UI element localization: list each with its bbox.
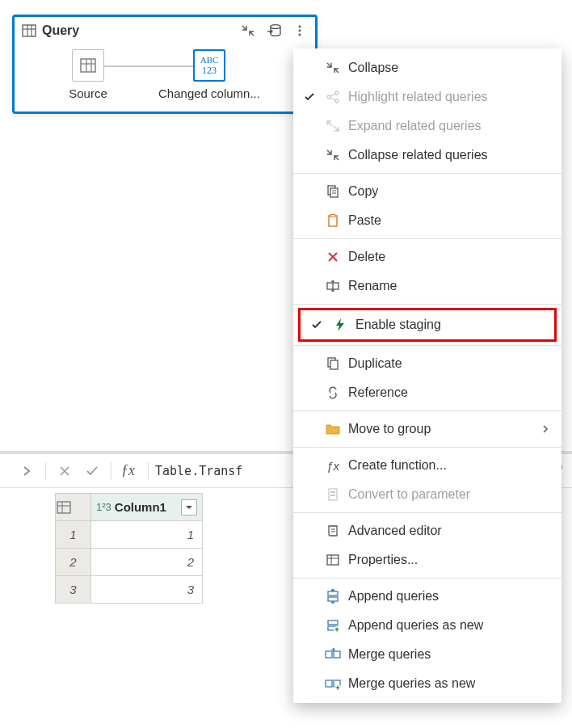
append-icon [324,589,342,604]
lightning-icon [331,318,349,332]
data-destination-icon[interactable] [263,20,284,41]
query-card-header: Query [15,17,315,44]
table-corner[interactable] [56,494,91,521]
menu-label: Delete [348,250,550,264]
menu-label: Advanced editor [348,524,550,538]
svg-line-23 [330,98,335,100]
svg-text:ABC: ABC [200,55,219,65]
svg-rect-8 [81,59,95,72]
menu-label: Collapse related queries [348,148,550,162]
svg-text:123: 123 [202,65,217,76]
menu-label: Merge queries [348,647,550,662]
menu-label: Highlight related queries [348,90,550,104]
table-icon [21,23,37,39]
menu-duplicate[interactable]: Duplicate [293,349,561,378]
svg-rect-37 [330,491,335,493]
formula-text[interactable]: Table.Transf [155,464,242,478]
menu-label: Properties... [348,553,550,567]
menu-properties[interactable]: Properties... [293,545,561,574]
menu-label: Paste [348,213,550,228]
row-index[interactable]: 1 [56,521,91,549]
menu-merge-as-new[interactable]: Merge queries as new [293,669,561,698]
table-row: 3 3 [56,576,203,604]
step-source-label: Source [69,86,107,100]
cell-value[interactable]: 3 [91,576,203,604]
cell-value[interactable]: 1 [91,521,203,549]
step-source[interactable]: Source [27,49,149,100]
query-card[interactable]: Query Source ABC123 Changed column... [12,15,318,114]
table-row: 2 2 [56,549,203,576]
menu-label: Duplicate [348,356,550,371]
menu-separator [293,304,561,305]
menu-create-function[interactable]: ƒx Create function... [293,451,561,480]
svg-point-6 [299,30,301,32]
svg-point-5 [299,26,301,28]
row-index[interactable]: 3 [56,576,91,604]
menu-delete[interactable]: Delete [293,242,561,271]
steps-row: Source ABC123 Changed column... [15,44,315,100]
expand-icon [324,119,342,133]
menu-label: Append queries as new [348,618,550,633]
menu-convert-to-parameter: Convert to parameter [293,480,561,509]
append-new-icon [324,618,342,633]
menu-separator [293,447,561,448]
svg-point-4 [271,25,280,29]
separator [148,462,149,480]
svg-point-20 [335,91,339,95]
delete-icon [324,250,342,263]
merge-new-icon [324,676,342,691]
properties-icon [324,553,342,567]
menu-collapse-related[interactable]: Collapse related queries [293,141,561,170]
menu-label: Rename [348,279,550,293]
menu-separator [293,345,561,346]
separator [45,462,46,480]
svg-rect-52 [334,651,340,658]
menu-highlight-related: Highlight related queries [293,82,561,112]
menu-reference[interactable]: Reference [293,378,561,407]
row-index[interactable]: 2 [56,549,91,576]
menu-expand-related: Expand related queries [293,112,561,141]
menu-separator [293,578,561,579]
accept-formula-icon[interactable] [80,459,104,483]
menu-merge-queries[interactable]: Merge queries [293,640,561,669]
scroll-icon [324,524,342,538]
cancel-formula-icon[interactable] [53,459,77,483]
chevron-right-icon[interactable] [15,459,39,483]
collapse-inward-icon[interactable] [238,20,259,41]
menu-label: Enable staging [355,318,543,332]
menu-label: Append queries [348,589,550,604]
chevron-right-icon [540,424,550,434]
duplicate-icon [324,356,342,371]
menu-label: Create function... [348,458,550,473]
menu-paste[interactable]: Paste [293,206,561,235]
menu-separator [293,238,561,239]
svg-point-7 [299,34,301,36]
step-connector [91,65,196,67]
menu-move-to-group[interactable]: Move to group [293,414,561,444]
column-type-icon: 1²3 [96,501,111,513]
svg-rect-44 [328,591,338,595]
collapse-related-icon [324,148,342,162]
menu-label: Copy [348,184,550,199]
step-source-icon [72,49,104,82]
menu-enable-staging[interactable]: Enable staging [301,310,554,339]
column-header[interactable]: 1²3 Column1 [91,494,203,521]
menu-append-queries[interactable]: Append queries [293,582,561,611]
more-options-icon[interactable] [289,20,310,41]
menu-rename[interactable]: Rename [293,271,561,301]
menu-append-as-new[interactable]: Append queries as new [293,611,561,640]
menu-advanced-editor[interactable]: Advanced editor [293,516,561,545]
table-row: 1 1 [56,521,203,549]
fx-icon: ƒx [121,462,135,479]
svg-rect-53 [326,680,332,687]
link-icon [324,385,342,400]
menu-copy[interactable]: Copy [293,177,561,206]
cell-value[interactable]: 2 [91,549,203,576]
column-filter-dropdown[interactable] [181,499,197,515]
menu-collapse[interactable]: Collapse [293,53,561,82]
svg-point-21 [335,99,339,103]
step-changed-column[interactable]: ABC123 Changed column... [149,49,270,100]
merge-icon [324,647,342,662]
menu-label: Collapse [348,61,550,75]
step-changed-column-label: Changed column... [158,86,260,100]
